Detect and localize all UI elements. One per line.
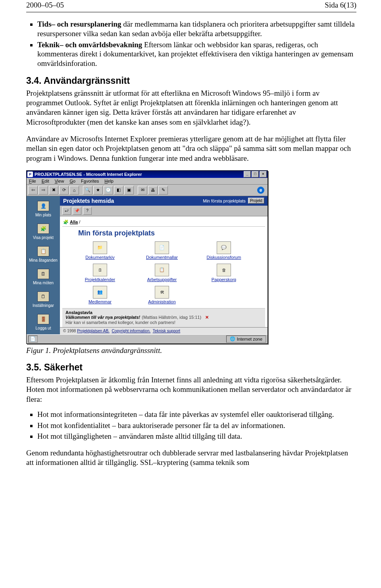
bullet-confidentiality: Hot mot konfidentialitet – bara auktoris…	[37, 421, 356, 430]
menu-bar: File Edit View Go Favorites Help	[27, 178, 267, 185]
site-footer: © 1998 Projektplatsen AB. Copyright info…	[60, 327, 267, 334]
bullet-teknik: Teknik– och omvärldsbevakning Eftersom l…	[37, 40, 356, 68]
grid-label: Dokumentmallar	[132, 255, 192, 260]
menu-file[interactable]: File	[29, 179, 36, 183]
header-date: 2000–05–05	[26, 1, 64, 10]
globe-icon: 🌐	[230, 336, 235, 341]
history-button[interactable]: 🕘	[104, 186, 113, 195]
sidebar-item-loggaut[interactable]: 🚪Logga ut	[27, 312, 60, 334]
home-button[interactable]: ⌂	[69, 186, 79, 195]
window-titlebar: P PROJEKTPLATSEN.SE - Microsoft Internet…	[27, 171, 267, 178]
forward-button[interactable]: ⇨	[38, 186, 48, 195]
bulletin-delete-icon[interactable]: ✕	[205, 315, 209, 320]
menu-favorites[interactable]: Favorites	[81, 179, 99, 183]
up-folder-button[interactable]: ⮐	[62, 207, 71, 215]
favorites-button[interactable]: ★	[93, 186, 103, 195]
sidebar-item-ataganden[interactable]: 📋Mina åtaganden	[27, 244, 60, 266]
folder-icon: 📁	[93, 241, 107, 254]
sidebar: 👤Min plats 🧩Visa projekt 📋Mina åtaganden…	[27, 196, 60, 334]
bulletin-meta: (Mattias Hällström, idag 15:11)	[142, 315, 201, 320]
footer-link-copyright[interactable]: Copyright information.	[112, 329, 150, 333]
bullet-lead: Teknik– och omvärldsbevakning	[37, 40, 142, 49]
grid-label: Projektkalender	[70, 277, 130, 282]
refresh-button[interactable]: ⟳	[59, 186, 69, 195]
mail-button[interactable]: ✉	[138, 186, 147, 195]
header-rule	[26, 12, 356, 12]
content-toolbar: ⮐ 📌 ?	[60, 206, 267, 216]
page-banner: Projektets hemsida Min första projektpla…	[60, 196, 267, 206]
grid-label: Diskussionsforum	[194, 255, 254, 260]
sidebar-item-installningar[interactable]: 🗒Inställningar	[27, 289, 60, 312]
project-dropdown-button[interactable]: Projekt	[248, 198, 264, 204]
members-icon: 👥	[93, 286, 107, 299]
calendar-icon: 🗓	[37, 269, 49, 279]
sidebar-item-visaprojekt[interactable]: 🧩Visa projekt	[27, 221, 60, 244]
tasks-icon: 📋	[37, 246, 49, 256]
sidebar-item-label: Mina möten	[33, 281, 54, 285]
grid-diskussionsforum[interactable]: 💬Diskussionsforum	[194, 241, 254, 260]
settings-icon: 🗒	[37, 291, 49, 302]
section-35-p1: Eftersom Projektplatsen är åtkomlig från…	[26, 375, 356, 404]
grid-label: Arbetsuppgifter	[132, 277, 192, 282]
screenshot-window: P PROJEKTPLATSEN.SE - Microsoft Internet…	[26, 170, 268, 344]
page-header: 2000–05–05 Sida 6(13)	[26, 1, 356, 10]
bulletin-title: Anslagstavla	[65, 310, 262, 315]
browser-toolbar: ⇦ ⇨ ✖ ⟳ ⌂ 🔍 ★ 🕘 ◧ ▣ ✉ 🖶 ✎ e	[27, 185, 267, 196]
edit-button[interactable]: ✎	[158, 186, 168, 195]
projects-icon: 🧩	[37, 224, 49, 234]
grid-projektkalender[interactable]: 🗓Projektkalender	[70, 264, 130, 282]
bullet-integrity: Hot mot informationsintegriteten – data …	[37, 410, 356, 419]
sidebar-item-label: Inställningar	[33, 303, 54, 308]
section-35-heading: 3.5. Säkerhet	[26, 362, 356, 373]
help-button[interactable]: ?	[83, 207, 92, 215]
figure-caption: Figur 1. Projektplatsens användargränssn…	[26, 346, 356, 355]
grid-medlemmar[interactable]: 👥Medlemmar	[70, 286, 130, 304]
menu-help[interactable]: Help	[104, 179, 114, 183]
menu-edit[interactable]: Edit	[42, 179, 49, 183]
breadcrumb-alla[interactable]: Alla	[70, 220, 78, 224]
footer-link-company[interactable]: Projektplatsen AB.	[77, 329, 110, 333]
minimize-button[interactable]: _	[244, 171, 251, 177]
pushpin-button[interactable]: 📌	[73, 207, 81, 215]
back-button[interactable]: ⇦	[28, 186, 38, 195]
clipboard-icon: 📋	[155, 264, 169, 276]
sidebar-item-moten[interactable]: 🗓Mina möten	[27, 266, 60, 289]
svg-text:e: e	[260, 187, 262, 193]
zone-label: Internet zone	[237, 337, 262, 341]
grid-papperskorg[interactable]: 🗑Papperskorg	[194, 264, 254, 282]
status-doc-icon: 📄	[28, 335, 38, 343]
section-34-p2: Användare av Microsofts Internet Explore…	[26, 134, 356, 163]
bullet-availability: Hot mot tillgängligheten – användaren må…	[37, 432, 356, 441]
security-zone: 🌐 Internet zone	[226, 335, 266, 343]
grid-dokumentarkiv[interactable]: 📁Dokumentarkiv	[70, 241, 130, 260]
menu-go[interactable]: Go	[69, 179, 75, 183]
footer-link-support[interactable]: Teknisk support	[153, 329, 180, 333]
channels-button[interactable]: ◧	[114, 186, 123, 195]
grid-administration[interactable]: 🛠Administration	[132, 286, 192, 304]
grid-arbetsuppgifter[interactable]: 📋Arbetsuppgifter	[132, 264, 192, 282]
menu-view[interactable]: View	[55, 179, 64, 183]
breadcrumb-icon: 🧩	[63, 220, 69, 224]
fullscreen-button[interactable]: ▣	[124, 186, 134, 195]
app-icon: P	[27, 172, 33, 177]
breadcrumb: 🧩 Alla /	[62, 218, 265, 227]
print-button[interactable]: 🖶	[148, 186, 158, 195]
document-icon: 📄	[155, 241, 169, 254]
maximize-button[interactable]: □	[252, 171, 259, 177]
bullet-tids: Tids– och resursplanering där medlemmarn…	[37, 19, 356, 39]
grid-dokumentmallar[interactable]: 📄Dokumentmallar	[132, 241, 192, 260]
section-34-heading: 3.4. Användargränssnitt	[26, 75, 356, 86]
sidebar-item-minplats[interactable]: 👤Min plats	[27, 199, 60, 221]
status-bar: 📄 🌐 Internet zone	[27, 334, 267, 343]
search-button[interactable]: 🔍	[83, 186, 92, 195]
person-icon: 👤	[37, 201, 49, 211]
security-bullets: Hot mot informationsintegriteten – data …	[26, 410, 356, 441]
grid-label: Dokumentarkiv	[70, 255, 130, 260]
stop-button[interactable]: ✖	[49, 186, 58, 195]
sidebar-item-label: Visa projekt	[33, 235, 54, 240]
window-title: PROJEKTPLATSEN.SE - Microsoft Internet E…	[35, 172, 142, 177]
close-button[interactable]: ×	[260, 171, 267, 177]
section-34-p1: Projektplatsens gränssnitt är utformat f…	[26, 89, 356, 127]
bulletin-board: Anslagstavla Välkommen till vår nya proj…	[62, 308, 265, 327]
grid-label: Medlemmar	[70, 299, 130, 304]
